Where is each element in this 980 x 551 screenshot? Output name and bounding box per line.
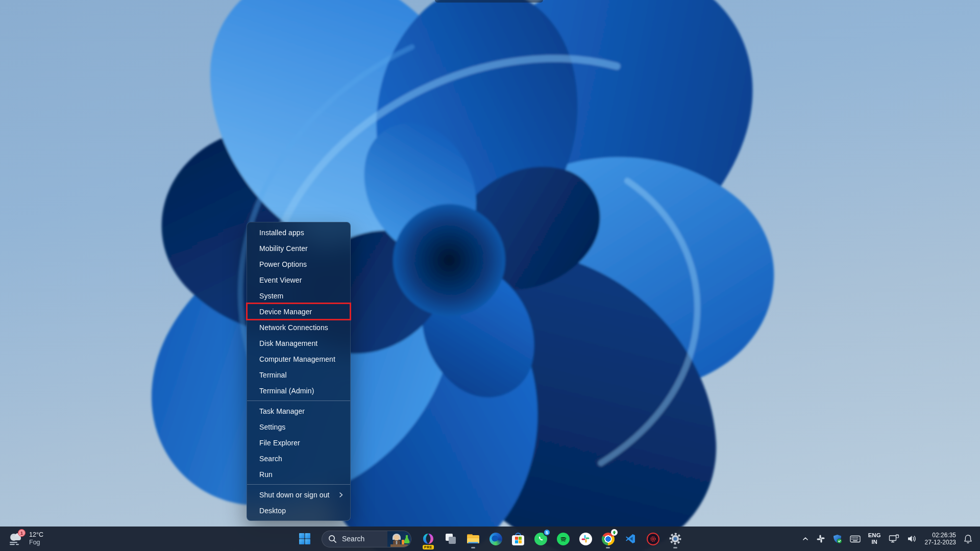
running-indicator xyxy=(673,547,677,548)
menu-item-shut-down-or-sign-out[interactable]: Shut down or sign out xyxy=(247,487,350,503)
menu-item-installed-apps[interactable]: Installed apps xyxy=(247,224,350,240)
menu-item-label: Task Manager xyxy=(259,407,305,415)
touch-keyboard-button[interactable] xyxy=(847,529,863,549)
running-indicator xyxy=(606,547,610,548)
speaker-icon xyxy=(907,535,917,543)
menu-separator xyxy=(247,400,350,401)
search-box[interactable]: Search xyxy=(322,531,411,547)
menu-item-label: Mobility Center xyxy=(259,244,308,253)
spotify-button[interactable] xyxy=(552,528,574,549)
chrome-update-badge xyxy=(611,529,618,536)
menu-item-device-manager[interactable]: Device Manager xyxy=(247,304,350,319)
notifications-button[interactable] xyxy=(961,529,975,549)
edge-button[interactable] xyxy=(485,528,506,549)
copilot-icon xyxy=(422,533,434,545)
bell-icon xyxy=(964,534,972,544)
winx-menu: Installed appsMobility CenterPower Optio… xyxy=(247,222,351,521)
menu-item-system[interactable]: System xyxy=(247,288,350,304)
network-tray-button[interactable] xyxy=(886,529,902,549)
weather-alert-badge: 1 xyxy=(18,529,26,537)
chevron-up-icon xyxy=(802,535,809,542)
slack-mono-icon xyxy=(817,535,825,543)
chrome-button[interactable] xyxy=(597,528,619,549)
language-region: IN xyxy=(868,539,881,545)
file-explorer-button[interactable] xyxy=(462,528,484,549)
menu-item-label: Terminal xyxy=(259,371,287,379)
screen-camera-notch xyxy=(435,0,543,3)
microsoft-store-icon xyxy=(512,533,524,545)
windows-security-tray-button[interactable] xyxy=(830,529,845,549)
menu-item-terminal[interactable]: Terminal xyxy=(247,367,350,383)
copilot-button[interactable]: PRE xyxy=(418,528,439,549)
clock-widget[interactable]: 02:26:35 27-12-2023 xyxy=(922,529,959,549)
task-view-icon xyxy=(444,532,457,545)
weather-widget[interactable]: 1 12°C Fog xyxy=(0,527,51,551)
weather-condition: Fog xyxy=(29,539,43,546)
microsoft-store-button[interactable] xyxy=(507,528,529,549)
menu-item-run[interactable]: Run xyxy=(247,466,350,482)
desktop[interactable]: Installed appsMobility CenterPower Optio… xyxy=(0,0,980,551)
menu-item-desktop[interactable]: Desktop xyxy=(247,503,350,518)
task-view-button[interactable] xyxy=(440,528,461,549)
whatsapp-button[interactable]: 5 xyxy=(530,528,551,549)
menu-item-power-options[interactable]: Power Options xyxy=(247,256,350,272)
search-placeholder: Search xyxy=(342,535,387,543)
tray-overflow-button[interactable] xyxy=(799,529,812,549)
tray-date: 27-12-2023 xyxy=(925,539,956,546)
tray-time: 02:26:35 xyxy=(925,532,956,539)
menu-item-label: Settings xyxy=(259,423,285,431)
menu-item-mobility-center[interactable]: Mobility Center xyxy=(247,240,350,256)
menu-item-label: Shut down or sign out xyxy=(259,491,330,499)
menu-item-network-connections[interactable]: Network Connections xyxy=(247,319,350,335)
menu-item-label: Installed apps xyxy=(259,229,304,237)
settings-button[interactable] xyxy=(665,528,686,549)
menu-item-label: Computer Management xyxy=(259,355,335,363)
menu-item-label: Run xyxy=(259,470,273,479)
language-code: ENG xyxy=(868,532,881,539)
language-indicator[interactable]: ENG IN xyxy=(866,529,884,549)
slack-button[interactable] xyxy=(575,528,596,549)
weather-temperature: 12°C xyxy=(29,531,43,539)
search-icon xyxy=(328,535,337,543)
wallpaper-bloom-image xyxy=(0,0,980,551)
menu-item-label: Terminal (Admin) xyxy=(259,387,314,395)
volume-tray-button[interactable] xyxy=(904,529,920,549)
start-button[interactable] xyxy=(294,528,315,549)
slack-icon xyxy=(579,533,592,545)
red-circular-app-button[interactable] xyxy=(642,528,664,549)
vscode-icon xyxy=(624,533,636,545)
menu-item-task-manager[interactable]: Task Manager xyxy=(247,403,350,419)
menu-item-search[interactable]: Search xyxy=(247,450,350,466)
red-gear-app-icon xyxy=(647,533,659,545)
copilot-preview-badge: PRE xyxy=(423,545,434,549)
menu-item-label: System xyxy=(259,292,283,300)
vscode-button[interactable] xyxy=(620,528,641,549)
menu-item-disk-management[interactable]: Disk Management xyxy=(247,335,350,351)
system-tray: ENG IN xyxy=(799,527,980,551)
menu-item-computer-management[interactable]: Computer Management xyxy=(247,351,350,367)
taskbar: 1 12°C Fog xyxy=(0,527,980,551)
menu-item-terminal-admin[interactable]: Terminal (Admin) xyxy=(247,383,350,398)
menu-item-label: Power Options xyxy=(259,260,307,268)
settings-gear-icon xyxy=(669,532,682,545)
menu-item-file-explorer[interactable]: File Explorer xyxy=(247,435,350,450)
security-shield-icon xyxy=(832,534,842,544)
search-highlight-image xyxy=(387,531,411,547)
spotify-icon xyxy=(557,533,570,545)
edge-icon xyxy=(489,533,502,545)
menu-item-label: File Explorer xyxy=(259,439,300,447)
menu-item-label: Search xyxy=(259,455,282,463)
menu-item-event-viewer[interactable]: Event Viewer xyxy=(247,272,350,288)
chevron-right-icon xyxy=(338,492,344,498)
menu-item-label: Desktop xyxy=(259,507,286,515)
keyboard-icon xyxy=(850,535,861,543)
running-indicator xyxy=(471,547,475,548)
slack-tray-button[interactable] xyxy=(814,529,827,549)
menu-separator xyxy=(247,484,350,485)
ethernet-network-icon xyxy=(889,534,899,543)
menu-item-label: Network Connections xyxy=(259,323,328,332)
menu-item-label: Disk Management xyxy=(259,339,317,347)
menu-item-settings[interactable]: Settings xyxy=(247,419,350,435)
menu-item-label: Event Viewer xyxy=(259,276,302,284)
taskbar-center: Search xyxy=(294,528,686,549)
